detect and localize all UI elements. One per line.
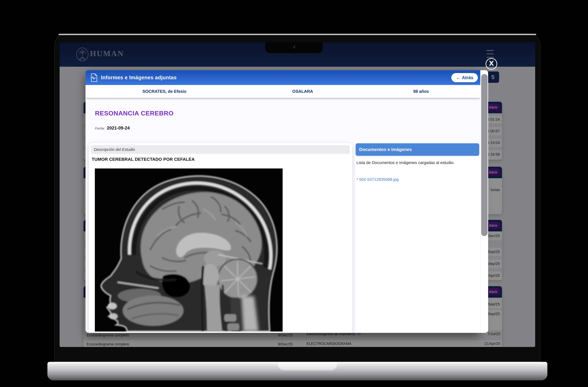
patient-bar: SOCRATES, de Efesio OSALARA 98 años (85, 85, 480, 98)
laptop-lid-scoop (277, 362, 338, 371)
modal-header: Informes e Imágenes adjuntas ← Atrás (85, 70, 480, 85)
mri-brain-image (95, 169, 283, 331)
modal-scrollbar (480, 70, 488, 333)
modal-title: Informes e Imágenes adjuntas (101, 75, 177, 80)
study-date-line: Fecha: 2021-09-24 (95, 125, 130, 131)
back-button[interactable]: ← Atrás (451, 73, 478, 82)
study-title: RESONANCIA CEREBRO (95, 110, 173, 117)
patient-secondary: OSALARA (243, 89, 362, 94)
patient-name: SOCRATES, de Efesio (85, 89, 243, 94)
date-value: 2021-09-24 (107, 125, 130, 131)
finding-text: TUMOR CEREBRAL DETECTADO POR CEFALEA (92, 157, 195, 162)
description-card: Descripción del Estudio TUMOR CEREBRAL D… (89, 143, 352, 333)
scrollbar-thumb[interactable] (481, 74, 487, 236)
date-label: Fecha: (95, 127, 105, 130)
documents-panel: Documentos e Imágenes Lista de Documento… (355, 143, 480, 333)
patient-age: 98 años (362, 89, 480, 94)
report-document-icon (91, 73, 97, 82)
file-link[interactable]: * 502-53712835068.jpg (357, 177, 399, 182)
laptop-mockup: HUMAN Abrir 26 01:24 25 00:57 25 15:03 2… (0, 0, 588, 387)
documents-header: Documentos e Imágenes (356, 143, 479, 156)
description-header: Descripción del Estudio (91, 145, 350, 154)
close-button[interactable]: X (485, 58, 497, 70)
reports-modal: Informes e Imágenes adjuntas ← Atrás SOC… (85, 70, 480, 333)
documents-description: Lista de Documentos e Imágenes cargadas … (357, 159, 476, 166)
camera-indicator-dot (294, 47, 294, 47)
laptop-lid-rim (59, 34, 536, 35)
back-arrow-icon: ← (456, 75, 460, 80)
